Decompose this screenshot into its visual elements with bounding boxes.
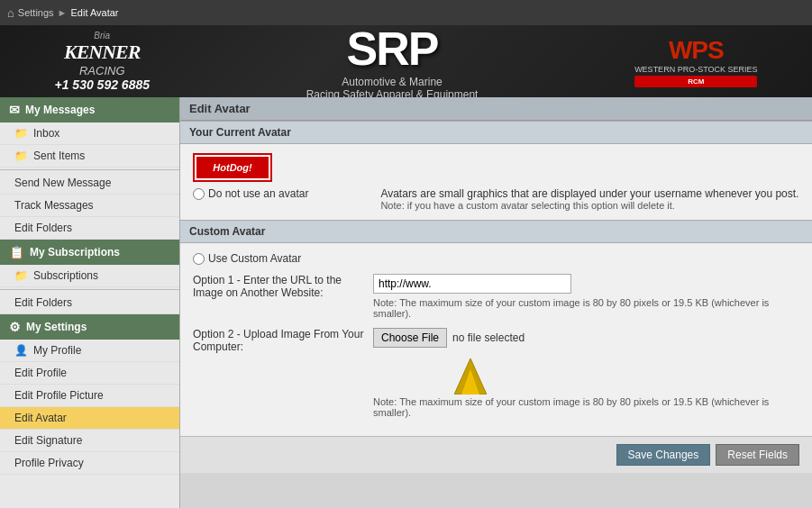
avatar-preview-wrapper: HotDog! [193, 153, 799, 182]
sidebar-header-messages: ✉ My Messages [0, 97, 179, 122]
option2-note: Note: The maximum size of your custom im… [373, 396, 770, 418]
sidebar-section-subscriptions: 📋 My Subscriptions 📁 Subscriptions Edit … [0, 240, 179, 314]
sidebar-item-edit-profile[interactable]: Edit Profile [0, 362, 179, 385]
avatar-description: Avatars are small graphics that are disp… [380, 187, 798, 200]
avatar-note: Note: if you have a custom avatar select… [380, 200, 723, 211]
no-avatar-label: Do not use an avatar [208, 187, 308, 200]
sidebar-item-profile-privacy[interactable]: Profile Privacy [0, 452, 179, 475]
custom-avatar-section-title: Custom Avatar [180, 220, 812, 243]
sidebar-item-send-new[interactable]: Send New Message [0, 172, 179, 195]
sidebar-edit-profile-label: Edit Profile [14, 367, 67, 379]
sidebar-messages-label: My Messages [25, 104, 95, 116]
save-changes-button[interactable]: Save Changes [616, 444, 711, 466]
sidebar-item-sent[interactable]: 📁 Sent Items [0, 145, 179, 168]
banner-tagline2: Racing Safety Apparel & Equipment [306, 88, 479, 97]
arrow-svg [454, 357, 487, 395]
sidebar-edit-folders-sub-label: Edit Folders [14, 296, 72, 309]
sidebar-inbox-label: Inbox [33, 127, 59, 140]
sidebar-item-edit-profile-picture[interactable]: Edit Profile Picture [0, 385, 179, 407]
sidebar-section-messages: ✉ My Messages 📁 Inbox 📁 Sent Items Send … [0, 97, 179, 240]
current-avatar-box: HotDog! Do not use an avatar Avatars are… [193, 153, 799, 211]
home-icon: ⌂ [7, 6, 14, 20]
sidebar-item-edit-avatar[interactable]: Edit Avatar [0, 407, 179, 430]
sidebar-subscriptions-header-label: My Subscriptions [30, 246, 120, 259]
sidebar-item-edit-signature[interactable]: Edit Signature [0, 430, 179, 452]
breadcrumb: ⌂ Settings ► Edit Avatar [7, 6, 119, 20]
banner: Bria KENNER RACING +1 530 592 6885 SRP A… [0, 25, 812, 97]
banner-center: SRP Automotive & Marine Racing Safety Ap… [306, 25, 479, 97]
custom-avatar-body: Use Custom Avatar Option 1 - Enter the U… [180, 243, 812, 436]
sidebar-header-settings: ⚙ My Settings [0, 314, 179, 340]
banner-wps-logo: WPS [634, 36, 757, 65]
top-bar: ⌂ Settings ► Edit Avatar [0, 0, 812, 25]
breadcrumb-current: Edit Avatar [71, 7, 119, 18]
main-layout: ✉ My Messages 📁 Inbox 📁 Sent Items Send … [0, 97, 812, 508]
choose-file-button[interactable]: Choose File [373, 328, 447, 348]
option1-note: Note: The maximum size of your custom im… [373, 297, 770, 319]
breadcrumb-separator: ► [58, 7, 68, 18]
avatar-image: HotDog! [196, 157, 269, 178]
sidebar: ✉ My Messages 📁 Inbox 📁 Sent Items Send … [0, 97, 180, 508]
sidebar-track-label: Track Messages [14, 199, 94, 212]
arrow-container [373, 357, 770, 395]
sidebar-edit-signature-label: Edit Signature [14, 434, 82, 447]
content-area: Edit Avatar Your Current Avatar HotDog! [180, 97, 812, 508]
banner-wps-subtitle: WESTERN PRO-STOCK SERIES [634, 65, 757, 74]
sidebar-header-subscriptions: 📋 My Subscriptions [0, 240, 179, 265]
no-avatar-option: Do not use an avatar [193, 187, 308, 200]
sidebar-item-edit-folders-sub[interactable]: Edit Folders [0, 292, 179, 314]
use-custom-row: Use Custom Avatar [193, 252, 799, 265]
banner-right: WPS WESTERN PRO-STOCK SERIES RCM [634, 36, 757, 87]
sidebar-sent-label: Sent Items [33, 150, 85, 162]
use-custom-radio[interactable] [193, 253, 205, 265]
person-icon: 👤 [14, 344, 28, 357]
sidebar-settings-header-label: My Settings [26, 321, 87, 333]
url-input[interactable] [373, 274, 571, 294]
banner-srp-logo: SRP [306, 25, 479, 76]
avatar-option-row: Do not use an avatar Avatars are small g… [193, 187, 799, 211]
arrow-up-icon [454, 357, 487, 395]
avatar-preview: HotDog! [193, 153, 272, 182]
sidebar-item-subscriptions[interactable]: 📁 Subscriptions [0, 265, 179, 287]
sidebar-edit-profile-picture-label: Edit Profile Picture [14, 389, 104, 402]
current-avatar-body: HotDog! Do not use an avatar Avatars are… [180, 144, 812, 220]
folder-icon-inbox: 📁 [14, 127, 28, 140]
sidebar-item-edit-folders-msg[interactable]: Edit Folders [0, 217, 179, 240]
banner-tagline1: Automotive & Marine [306, 76, 479, 88]
current-avatar-section-title: Your Current Avatar [180, 121, 812, 144]
banner-badge: RCM [634, 76, 757, 87]
sidebar-send-new-label: Send New Message [14, 177, 111, 189]
banner-name-line1: Bria [55, 31, 151, 41]
folder-icon-sent: 📁 [14, 150, 28, 162]
sidebar-profile-privacy-label: Profile Privacy [14, 457, 84, 469]
banner-phone: +1 530 592 6885 [55, 77, 151, 92]
option2-control: Choose File no file selected [373, 328, 770, 418]
option1-row: Option 1 - Enter the URL to the Image on… [193, 274, 799, 319]
sidebar-item-track[interactable]: Track Messages [0, 195, 179, 217]
no-avatar-radio[interactable] [193, 188, 205, 200]
sidebar-subscriptions-label: Subscriptions [33, 269, 98, 282]
sidebar-item-my-profile[interactable]: 👤 My Profile [0, 340, 179, 362]
arrow-indicator-area: Note: The maximum size of your custom im… [373, 355, 770, 418]
use-custom-label: Use Custom Avatar [208, 252, 301, 265]
sidebar-item-inbox[interactable]: 📁 Inbox [0, 122, 179, 145]
option2-row: Option 2 - Upload Image From Your Comput… [193, 328, 799, 418]
folder-icon-subscriptions: 📁 [14, 269, 28, 282]
sidebar-divider-2 [0, 289, 179, 290]
banner-left: Bria KENNER RACING +1 530 592 6885 [55, 31, 151, 92]
sidebar-my-profile-label: My Profile [33, 344, 81, 357]
subscriptions-section-icon: 📋 [9, 245, 24, 259]
sidebar-edit-folders-msg-label: Edit Folders [14, 222, 72, 234]
breadcrumb-settings-link[interactable]: Settings [18, 7, 54, 18]
panel-footer: Save Changes Reset Fields [180, 436, 812, 473]
edit-avatar-panel: Edit Avatar Your Current Avatar HotDog! [180, 97, 812, 473]
use-custom-radio-label[interactable]: Use Custom Avatar [193, 252, 799, 265]
sidebar-divider-1 [0, 169, 179, 170]
no-avatar-radio-label[interactable]: Do not use an avatar [193, 187, 308, 200]
panel-title: Edit Avatar [180, 97, 812, 121]
reset-fields-button[interactable]: Reset Fields [716, 444, 799, 466]
messages-section-icon: ✉ [9, 103, 20, 117]
sidebar-edit-avatar-label: Edit Avatar [14, 412, 67, 424]
settings-section-icon: ⚙ [9, 320, 21, 334]
banner-racing: RACING [55, 64, 151, 77]
